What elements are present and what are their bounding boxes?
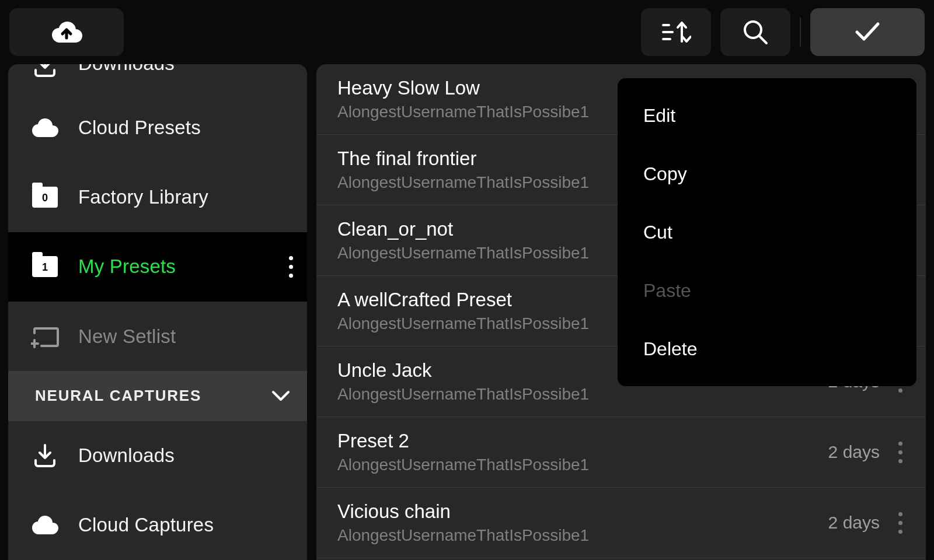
sort-button[interactable] [641, 8, 711, 56]
sidebar-item-label: New Setlist [78, 326, 176, 348]
sidebar-item-label: My Presets [78, 256, 176, 278]
chevron-down-icon [271, 390, 291, 402]
preset-author: AlongestUsernameThatIsPossibe1 [337, 103, 589, 121]
sidebar-item-presets-downloads[interactable]: Downloads [8, 64, 307, 93]
preset-title: Vicious chain [337, 501, 589, 523]
sidebar-item-factory-library[interactable]: 0 Factory Library [8, 163, 307, 232]
toolbar-right-group [641, 8, 925, 56]
sidebar-item-label: Factory Library [78, 186, 208, 208]
cloud-upload-button[interactable] [9, 8, 124, 56]
list-item[interactable]: Vicious chain AlongestUsernameThatIsPoss… [316, 488, 926, 558]
sidebar-item-cloud-presets[interactable]: Cloud Presets [8, 93, 307, 163]
preset-title: Heavy Slow Low [337, 77, 589, 99]
sidebar-item-my-presets[interactable]: 1 My Presets [8, 232, 307, 302]
preset-title: The final frontier [337, 148, 589, 170]
sidebar-item-label: Cloud Captures [78, 514, 214, 536]
more-vertical-icon [898, 512, 902, 534]
sidebar: Downloads Cloud Presets 0 Factory Librar… [8, 64, 307, 560]
context-menu-copy[interactable]: Copy [618, 145, 916, 203]
context-menu-paste: Paste [618, 261, 916, 320]
search-button[interactable] [720, 8, 790, 56]
folder-icon: 0 [29, 187, 61, 208]
sort-icon [661, 19, 691, 45]
row-more-button[interactable] [898, 442, 902, 463]
sidebar-item-captures-downloads[interactable]: Downloads [8, 421, 307, 491]
preset-title: Preset 2 [337, 430, 589, 452]
preset-author: AlongestUsernameThatIsPossibe1 [337, 456, 589, 474]
more-vertical-icon [898, 442, 902, 463]
preset-title: Uncle Jack [337, 359, 589, 382]
sidebar-item-label: Cloud Presets [78, 117, 201, 139]
more-vertical-icon [289, 256, 293, 278]
folder-badge-count: 0 [42, 192, 48, 204]
row-more-button[interactable] [898, 512, 902, 534]
search-icon [742, 19, 769, 46]
cloud-upload-icon [50, 19, 83, 45]
sidebar-item-label: Downloads [78, 64, 175, 75]
cloud-icon [29, 117, 61, 138]
context-menu-delete[interactable]: Delete [618, 320, 916, 378]
toolbar-left-group [9, 8, 124, 56]
toolbar-divider [800, 18, 801, 47]
preset-author: AlongestUsernameThatIsPossibe1 [337, 314, 589, 333]
folder-badge-count: 1 [42, 261, 48, 274]
context-menu: Edit Copy Cut Paste Delete [618, 78, 916, 386]
context-menu-cut[interactable]: Cut [618, 203, 916, 261]
preset-age: 2 days [828, 513, 880, 533]
cloud-icon [29, 514, 61, 536]
folder-icon: 1 [29, 256, 61, 277]
sidebar-item-label: Downloads [78, 444, 175, 467]
preset-author: AlongestUsernameThatIsPossibe1 [337, 173, 589, 192]
download-icon [29, 64, 61, 78]
context-menu-edit[interactable]: Edit [618, 86, 916, 145]
preset-title: A wellCrafted Preset [337, 289, 589, 311]
download-icon [29, 443, 61, 468]
sidebar-item-cloud-captures[interactable]: Cloud Captures [8, 491, 307, 560]
preset-age: 2 days [828, 442, 880, 462]
preset-author: AlongestUsernameThatIsPossibe1 [337, 244, 589, 262]
preset-title: Clean_or_not [337, 218, 589, 240]
sidebar-item-new-setlist[interactable]: New Setlist [8, 302, 307, 371]
preset-author: AlongestUsernameThatIsPossibe1 [337, 526, 589, 545]
more-options-button[interactable] [289, 256, 293, 278]
check-icon [855, 22, 880, 43]
section-header-label: NEURAL CAPTURES [35, 387, 201, 405]
preset-author: AlongestUsernameThatIsPossibe1 [337, 385, 589, 404]
list-item[interactable]: Preset 2 AlongestUsernameThatIsPossibe1 … [316, 417, 926, 488]
new-folder-icon [29, 325, 61, 348]
confirm-button[interactable] [810, 8, 925, 56]
top-toolbar [0, 0, 934, 64]
sidebar-section-neural-captures[interactable]: NEURAL CAPTURES [8, 371, 307, 421]
